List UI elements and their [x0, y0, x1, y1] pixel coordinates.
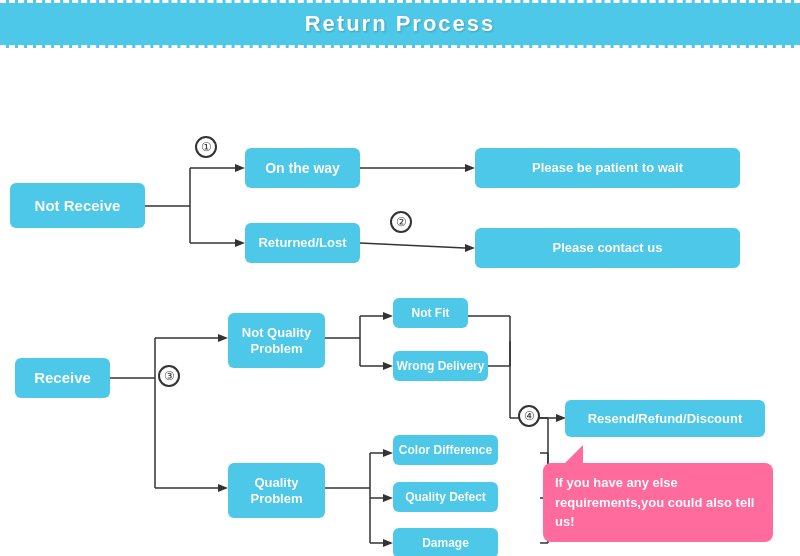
circle-1: ①: [195, 136, 217, 158]
svg-marker-9: [465, 244, 475, 252]
svg-marker-5: [235, 239, 245, 247]
svg-marker-19: [383, 312, 393, 320]
please-contact-node: Please contact us: [475, 228, 740, 268]
svg-marker-32: [383, 539, 393, 547]
svg-marker-13: [218, 334, 228, 342]
damage-node: Damage: [393, 528, 498, 556]
not-receive-node: Not Receive: [10, 183, 145, 228]
main-content: Not Receive On the way Returned/Lost Ple…: [0, 48, 800, 556]
returned-lost-node: Returned/Lost: [245, 223, 360, 263]
speech-bubble: If you have any else requirements,you co…: [543, 463, 773, 542]
svg-marker-15: [218, 484, 228, 492]
svg-marker-3: [235, 164, 245, 172]
please-wait-node: Please be patient to wait: [475, 148, 740, 188]
svg-marker-21: [383, 362, 393, 370]
quality-defect-node: Quality Defect: [393, 482, 498, 512]
quality-problem-node: Quality Problem: [228, 463, 325, 518]
header: Return Process: [0, 0, 800, 48]
svg-marker-30: [383, 494, 393, 502]
speech-text: If you have any else requirements,you co…: [555, 475, 754, 529]
circle-3: ③: [158, 365, 180, 387]
on-the-way-node: On the way: [245, 148, 360, 188]
not-quality-node: Not Quality Problem: [228, 313, 325, 368]
svg-line-8: [360, 243, 465, 248]
page-title: Return Process: [0, 11, 800, 37]
circle-4: ④: [518, 405, 540, 427]
wrong-delivery-node: Wrong Delivery: [393, 351, 488, 381]
svg-marker-28: [383, 449, 393, 457]
circle-2: ②: [390, 211, 412, 233]
svg-marker-7: [465, 164, 475, 172]
color-difference-node: Color Difference: [393, 435, 498, 465]
resend-node: Resend/Refund/Discount: [565, 400, 765, 437]
receive-node: Receive: [15, 358, 110, 398]
not-fit-node: Not Fit: [393, 298, 468, 328]
